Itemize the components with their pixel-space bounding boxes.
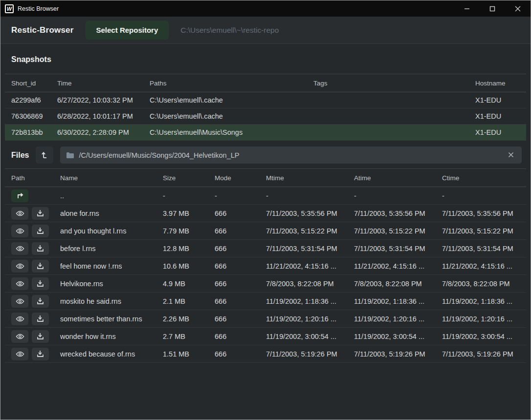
file-atime: 11/19/2002, 1:20:16 ...	[348, 315, 436, 323]
minimize-button[interactable]	[454, 0, 480, 17]
column-header-tags[interactable]: Tags	[307, 80, 469, 87]
maximize-button[interactable]	[480, 0, 505, 17]
parent-directory-name[interactable]: ..	[54, 192, 156, 200]
files-table: Path Name Size Mode Mtime Atime Ctime ..…	[5, 168, 526, 363]
file-row: Helvikone.rns 4.9 MB 666 7/8/2003, 8:22:…	[5, 275, 526, 293]
arrow-up-from-line-icon	[41, 151, 48, 159]
snapshot-row[interactable]: 76306869 6/28/2022, 10:01:17 PM C:\Users…	[5, 108, 526, 125]
snapshots-heading: Snapshots	[0, 44, 531, 74]
file-mtime: 11/19/2002, 1:18:36 ...	[260, 297, 348, 305]
eye-icon	[16, 263, 24, 269]
files-table-body: alone for.rns 3.97 MB 666 7/11/2003, 5:3…	[5, 205, 526, 363]
file-name[interactable]: before l.rns	[54, 245, 156, 252]
column-header-paths[interactable]: Paths	[143, 80, 307, 87]
preview-file-button[interactable]	[11, 207, 28, 220]
minimize-icon	[464, 6, 470, 12]
window-controls	[454, 0, 531, 17]
titlebar: W Restic Browser	[0, 0, 531, 17]
arrow-turn-up-right-icon	[16, 192, 24, 199]
file-name[interactable]: sometimes better than.rns	[54, 315, 156, 323]
download-icon	[37, 333, 44, 340]
preview-file-button[interactable]	[11, 260, 28, 273]
download-file-button[interactable]	[32, 260, 49, 273]
preview-file-button[interactable]	[11, 242, 28, 255]
snapshot-short-id: a2299af6	[5, 96, 51, 104]
preview-file-button[interactable]	[11, 348, 28, 360]
snapshot-paths: C:\Users\emuell\.cache	[143, 96, 307, 104]
close-button[interactable]	[505, 0, 531, 17]
close-icon	[515, 6, 521, 12]
snapshot-row[interactable]: 72b813bb 6/30/2022, 2:28:09 PM C:\Users\…	[5, 125, 526, 141]
current-path-value: /C/Users/emuell/Music/Songs/2004_Helveti…	[79, 151, 501, 159]
file-name[interactable]: and you thought l.rns	[54, 227, 156, 235]
file-ctime: 7/11/2003, 5:31:54 PM	[436, 245, 526, 252]
file-atime: 11/19/2002, 3:00:54 ...	[348, 333, 436, 340]
parent-atime: -	[348, 192, 436, 200]
window-title: Restic Browser	[18, 5, 59, 12]
file-mode: 666	[208, 297, 260, 305]
preview-file-button[interactable]	[11, 225, 28, 237]
eye-icon	[16, 210, 24, 216]
download-file-button[interactable]	[32, 225, 49, 237]
files-toolbar: Files /C/Users/emuell/Music/Songs/2004_H…	[0, 141, 531, 168]
file-name[interactable]: Helvikone.rns	[54, 280, 156, 288]
column-header-time[interactable]: Time	[51, 80, 143, 87]
file-size: 2.26 MB	[156, 315, 208, 323]
column-header-atime[interactable]: Atime	[348, 174, 436, 182]
column-header-ctime[interactable]: Ctime	[436, 174, 526, 182]
column-header-mode[interactable]: Mode	[208, 174, 260, 182]
snapshot-hostname: X1-EDU	[469, 112, 526, 120]
column-header-size[interactable]: Size	[156, 174, 208, 182]
download-file-button[interactable]	[32, 330, 49, 343]
snapshot-hostname: X1-EDU	[469, 128, 526, 136]
file-mtime: 7/11/2003, 5:31:54 PM	[260, 245, 348, 252]
preview-file-button[interactable]	[11, 277, 28, 290]
download-file-button[interactable]	[32, 313, 49, 325]
file-name[interactable]: moskito he said.rns	[54, 297, 156, 305]
preview-file-button[interactable]	[11, 330, 28, 343]
file-ctime: 7/11/2003, 5:19:26 PM	[436, 350, 526, 358]
snapshot-row[interactable]: a2299af6 6/27/2022, 10:03:32 PM C:\Users…	[5, 92, 526, 108]
select-repository-button[interactable]: Select Repository	[86, 21, 169, 40]
file-mode: 666	[208, 262, 260, 270]
file-name[interactable]: wrecked because of.rns	[54, 350, 156, 358]
open-parent-directory-button[interactable]	[11, 189, 28, 202]
eye-icon	[16, 246, 24, 252]
file-size: 4.9 MB	[156, 280, 208, 288]
download-file-button[interactable]	[32, 295, 49, 308]
eye-icon	[16, 281, 24, 287]
column-header-hostname[interactable]: Hostname	[469, 80, 526, 87]
column-header-path[interactable]: Path	[5, 174, 54, 182]
download-icon	[37, 297, 44, 305]
file-ctime: 11/21/2002, 4:15:16 ...	[436, 262, 526, 270]
column-header-name[interactable]: Name	[54, 174, 156, 182]
file-ctime: 11/19/2002, 3:00:54 ...	[436, 333, 526, 340]
download-file-button[interactable]	[32, 348, 49, 360]
download-file-button[interactable]	[32, 242, 49, 255]
file-row: wrecked because of.rns 1.51 MB 666 7/11/…	[5, 345, 526, 363]
download-icon	[37, 210, 44, 217]
file-name[interactable]: alone for.rns	[54, 210, 156, 217]
snapshots-table-header: Short_id Time Paths Tags Hostname	[5, 74, 526, 92]
file-atime: 7/8/2003, 8:22:08 PM	[348, 280, 436, 288]
column-header-mtime[interactable]: Mtime	[260, 174, 348, 182]
page-title: Restic-Browser	[11, 25, 74, 35]
go-parent-directory-button[interactable]	[36, 147, 53, 164]
clear-x-icon	[508, 152, 514, 158]
snapshot-short-id: 72b813bb	[5, 128, 51, 136]
preview-file-button[interactable]	[11, 295, 28, 308]
snapshot-time: 6/30/2022, 2:28:09 PM	[51, 128, 143, 136]
preview-file-button[interactable]	[11, 313, 28, 325]
file-mtime: 11/19/2002, 3:00:54 ...	[260, 333, 348, 340]
column-header-short-id[interactable]: Short_id	[5, 80, 51, 87]
current-path-input[interactable]: /C/Users/emuell/Music/Songs/2004_Helveti…	[60, 147, 522, 164]
parent-ctime: -	[436, 192, 526, 200]
file-name[interactable]: wonder how it.rns	[54, 333, 156, 340]
file-atime: 11/21/2002, 4:15:16 ...	[348, 262, 436, 270]
download-file-button[interactable]	[32, 207, 49, 220]
file-size: 12.8 MB	[156, 245, 208, 252]
files-table-header: Path Name Size Mode Mtime Atime Ctime	[5, 168, 526, 187]
clear-path-button[interactable]	[505, 150, 517, 160]
file-name[interactable]: feel home now !.rns	[54, 262, 156, 270]
download-file-button[interactable]	[32, 277, 49, 290]
